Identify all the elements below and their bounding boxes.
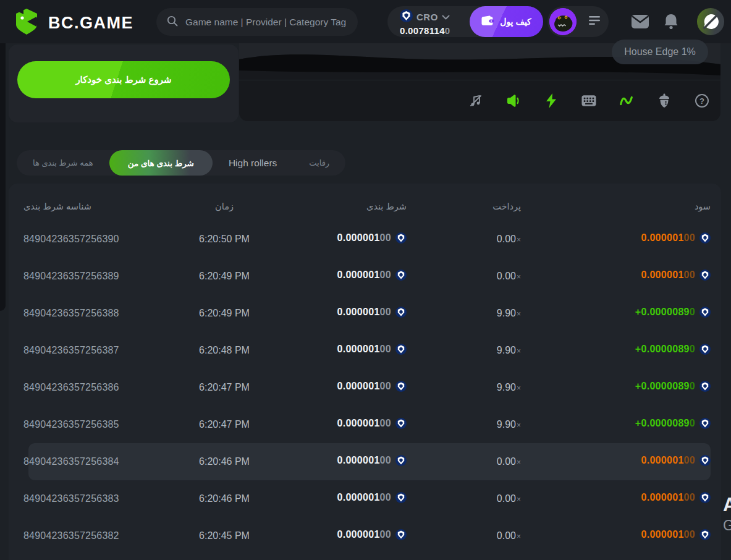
profit-dim: 00 bbox=[684, 529, 695, 540]
turbo-bolt-icon[interactable] bbox=[544, 93, 559, 108]
table-row[interactable]: 84904236357256388 6:20:49 PM 0.00000100 … bbox=[23, 295, 711, 332]
cro-coin-icon bbox=[699, 344, 711, 357]
payout-multiplier-symbol: × bbox=[517, 458, 521, 467]
notifications-bell-icon[interactable] bbox=[661, 12, 681, 32]
bet-id: 84904236357256387 bbox=[23, 345, 172, 356]
hotkeys-keyboard-icon[interactable] bbox=[581, 93, 596, 108]
profit-main: 0.000001 bbox=[641, 232, 683, 243]
profit-dim: 0 bbox=[690, 418, 695, 428]
table-row[interactable]: 84904236357256382 6:20:45 PM 0.00000100 … bbox=[23, 517, 711, 554]
cro-coin-icon bbox=[699, 492, 711, 506]
payout-multiplier-symbol: × bbox=[517, 495, 521, 504]
tab-high-rollers[interactable]: High rollers bbox=[213, 150, 293, 176]
game-search-input[interactable]: Game name | Provider | Category Tag bbox=[156, 8, 358, 36]
bet-time: 6:20:45 PM bbox=[172, 530, 277, 541]
table-row[interactable]: 84904236357256390 6:20:50 PM 0.00000100 … bbox=[23, 221, 711, 258]
profit-main: +0.0000089 bbox=[635, 344, 690, 354]
bet-amount: 0.00000100 bbox=[277, 269, 407, 283]
chevron-down-icon bbox=[442, 12, 450, 23]
avatar[interactable] bbox=[549, 8, 577, 35]
search-icon bbox=[166, 15, 179, 30]
profit-dim: 00 bbox=[684, 269, 695, 280]
start-auto-bet-button[interactable]: شروع شرط بندی خودکار bbox=[17, 61, 230, 98]
trends-wave-icon[interactable] bbox=[619, 93, 634, 108]
game-toolbar: ? bbox=[239, 80, 720, 121]
payout-multiplier-symbol: × bbox=[517, 532, 521, 541]
bet-time: 6:20:47 PM bbox=[172, 419, 277, 430]
profit-dim: 0 bbox=[690, 307, 695, 317]
cro-coin-icon bbox=[395, 455, 407, 469]
cro-coin-icon bbox=[699, 232, 711, 246]
svg-text:?: ? bbox=[699, 96, 704, 106]
payout-multiplier-symbol: × bbox=[517, 235, 521, 244]
bet-payout: 0.00× bbox=[407, 234, 521, 245]
bet-amount-main: 0.000001 bbox=[337, 418, 379, 428]
profit-main: 0.000001 bbox=[641, 455, 683, 465]
tab-race[interactable]: رقابت bbox=[293, 150, 345, 176]
bet-id: 84904236357256382 bbox=[23, 530, 172, 541]
seed-acorn-icon[interactable] bbox=[657, 93, 672, 108]
payout-value: 0.00 bbox=[497, 530, 516, 541]
bet-list-menu-icon[interactable] bbox=[589, 15, 601, 28]
bet-time: 6:20:46 PM bbox=[172, 493, 277, 504]
bet-amount: 0.00000100 bbox=[277, 455, 407, 469]
cro-coin-icon bbox=[395, 232, 407, 246]
bet-amount: 0.00000100 bbox=[277, 418, 407, 431]
sound-on-icon[interactable] bbox=[506, 93, 521, 108]
bet-profit: 0.00000100 bbox=[521, 455, 711, 469]
bet-amount-main: 0.000001 bbox=[337, 307, 379, 317]
profit-main: 0.000001 bbox=[641, 492, 683, 503]
table-row[interactable]: 84904236357256383 6:20:46 PM 0.00000100 … bbox=[23, 480, 711, 517]
table-row[interactable]: 84904236357256387 6:20:48 PM 0.00000100 … bbox=[23, 332, 711, 369]
payout-multiplier-symbol: × bbox=[517, 421, 521, 430]
cro-coin-icon bbox=[699, 381, 711, 394]
table-row[interactable]: 84904236357256389 6:20:49 PM 0.00000100 … bbox=[23, 258, 711, 295]
payout-value: 0.00 bbox=[497, 456, 516, 467]
bet-profit: 0.00000100 bbox=[521, 492, 711, 506]
bet-amount: 0.00000100 bbox=[277, 529, 407, 543]
profit-dim: 0 bbox=[690, 381, 695, 391]
bet-profit: +0.00000890 bbox=[521, 307, 711, 320]
payout-multiplier-symbol: × bbox=[517, 384, 521, 392]
bet-amount-dim: 00 bbox=[380, 529, 391, 540]
cro-coin-icon bbox=[699, 269, 711, 283]
chat-toggle-icon[interactable] bbox=[697, 8, 724, 35]
bet-payout: 0.00× bbox=[407, 530, 521, 541]
bcgame-app: BC.GAME Game name | Provider | Category … bbox=[0, 0, 731, 560]
bet-id: 84904236357256383 bbox=[23, 493, 172, 504]
bet-amount-main: 0.000001 bbox=[337, 232, 379, 243]
bet-payout: 9.90× bbox=[407, 419, 521, 430]
currency-selector[interactable]: CRO 0.00781140 bbox=[400, 9, 450, 36]
tab-my-bets[interactable]: شرط بندی های من bbox=[109, 150, 213, 176]
cro-coin-icon bbox=[699, 529, 711, 543]
bet-time: 6:20:48 PM bbox=[172, 345, 277, 356]
tab-all-bets[interactable]: همه شرط بندی ها bbox=[17, 150, 109, 176]
cro-coin-icon bbox=[395, 418, 407, 431]
bcgame-logo-icon bbox=[14, 8, 40, 38]
table-row[interactable]: 84904236357256385 6:20:47 PM 0.00000100 … bbox=[23, 406, 711, 443]
col-header-time: زمان bbox=[172, 202, 277, 211]
music-off-icon[interactable] bbox=[468, 93, 483, 108]
brand-logo[interactable]: BC.GAME bbox=[14, 8, 133, 38]
profit-dim: 0 bbox=[690, 344, 695, 354]
wallet-icon bbox=[481, 15, 494, 28]
payout-value: 9.90 bbox=[497, 419, 516, 430]
col-header-profit: سود bbox=[521, 202, 711, 211]
help-icon[interactable]: ? bbox=[695, 93, 709, 108]
payout-value: 9.90 bbox=[497, 382, 516, 392]
bet-amount-main: 0.000001 bbox=[337, 455, 379, 465]
profit-dim: 00 bbox=[684, 455, 695, 465]
bet-time: 6:20:49 PM bbox=[172, 308, 277, 319]
table-row[interactable]: 84904236357256384 6:20:46 PM 0.00000100 … bbox=[23, 443, 711, 480]
wallet-button[interactable]: کیف پول bbox=[470, 6, 543, 37]
table-row[interactable]: 84904236357256386 6:20:47 PM 0.00000100 … bbox=[23, 369, 711, 406]
profile-pill[interactable] bbox=[547, 6, 609, 37]
bet-amount: 0.00000100 bbox=[277, 492, 407, 506]
bet-id: 84904236357256388 bbox=[23, 308, 172, 319]
cro-coin-icon bbox=[395, 307, 407, 320]
bet-payout: 9.90× bbox=[407, 308, 521, 319]
profit-main: 0.000001 bbox=[641, 529, 683, 540]
auto-bet-panel: شروع شرط بندی خودکار bbox=[9, 45, 239, 122]
bet-id: 84904236357256384 bbox=[23, 456, 172, 467]
mail-icon[interactable] bbox=[630, 12, 650, 32]
